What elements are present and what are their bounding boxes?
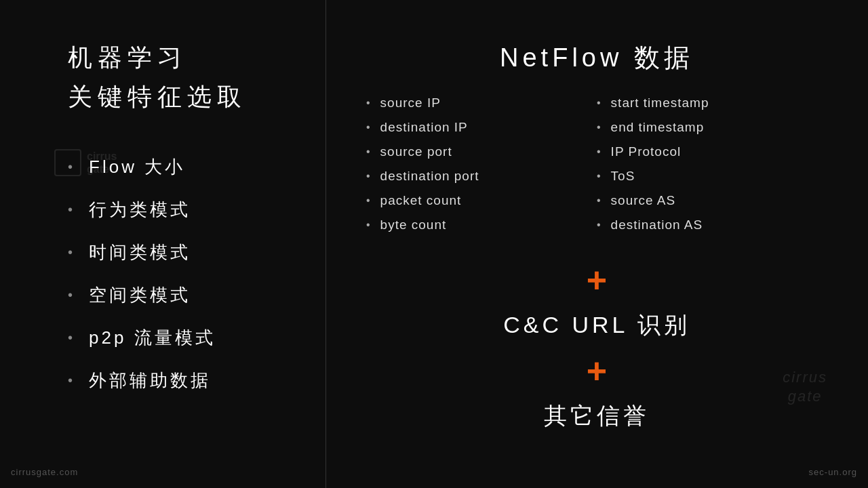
list-item: packet count [366, 193, 597, 208]
right-watermark: cirrus gate [783, 368, 827, 407]
right-panel: NetFlow 数据 source IP destination IP sour… [326, 0, 868, 488]
bottom-right-watermark: sec-un.org [809, 467, 857, 477]
list-item: destination IP [366, 120, 597, 135]
left-panel: 机器学习 关键特征选取 cirrus gate Flow 大小 行为类模式 时间… [0, 0, 326, 488]
list-item: destination AS [597, 218, 827, 232]
list-item: 时间类模式 [68, 241, 285, 264]
sub-title: 关键特征选取 [68, 80, 285, 114]
right-wm-gate: gate [788, 387, 823, 407]
logo-watermark: cirrus gate [54, 149, 117, 176]
plus-icon-1: + [366, 262, 827, 298]
other-rep-label: 其它信誉 [366, 401, 827, 432]
list-item: 外部辅助数据 [68, 369, 285, 392]
bottom-left-watermark: cirrusgate.com [11, 467, 78, 477]
list-item: source port [366, 144, 597, 159]
list-item: 行为类模式 [68, 198, 285, 222]
list-item: ToS [597, 169, 827, 184]
list-item: p2p 流量模式 [68, 326, 285, 350]
right-wm-cirrus: cirrus [783, 368, 827, 388]
netflow-title: NetFlow 数据 [366, 41, 827, 75]
list-item: IP Protocol [597, 144, 827, 159]
list-item: byte count [366, 218, 597, 232]
main-title: 机器学习 [68, 41, 285, 75]
netflow-columns: source IP destination IP source port des… [366, 96, 827, 242]
netflow-col-2: start timestamp end timestamp IP Protoco… [597, 96, 827, 242]
list-item: end timestamp [597, 120, 827, 135]
list-item: destination port [366, 169, 597, 184]
slide: 机器学习 关键特征选取 cirrus gate Flow 大小 行为类模式 时间… [0, 0, 868, 488]
divider [326, 0, 326, 488]
plus-icon-2: + [366, 353, 827, 388]
netflow-list-2: start timestamp end timestamp IP Protoco… [597, 96, 827, 232]
logo-icon [54, 149, 81, 176]
cc-url-label: C&C URL 识别 [366, 310, 827, 341]
logo-text-watermark: cirrus gate [87, 150, 117, 176]
netflow-col-1: source IP destination IP source port des… [366, 96, 597, 242]
list-item: 空间类模式 [68, 283, 285, 307]
list-item: source AS [597, 193, 827, 208]
list-item: start timestamp [597, 96, 827, 110]
list-item: source IP [366, 96, 597, 110]
netflow-list-1: source IP destination IP source port des… [366, 96, 597, 232]
feature-list: Flow 大小 行为类模式 时间类模式 空间类模式 p2p 流量模式 外部辅助数… [68, 155, 285, 411]
